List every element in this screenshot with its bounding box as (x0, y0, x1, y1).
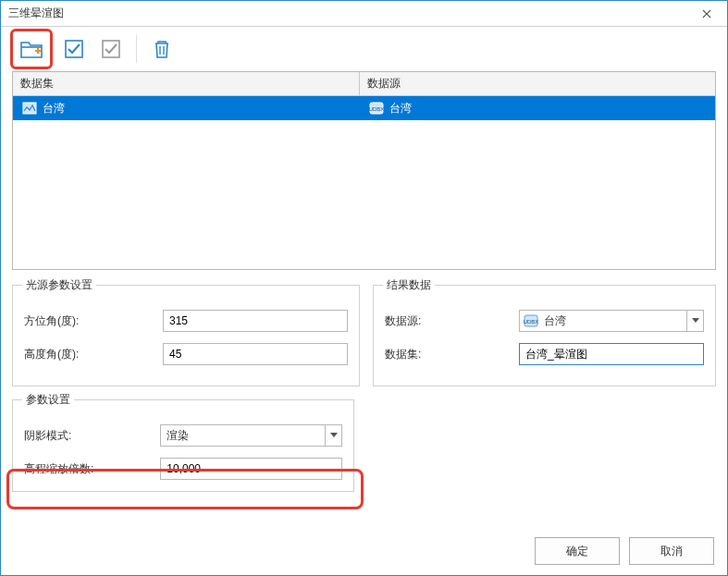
azimuth-input[interactable] (163, 310, 348, 332)
result-dataset-input[interactable] (519, 343, 704, 365)
check-blue-icon (63, 38, 85, 60)
dataset-icon (22, 102, 37, 115)
check-all-button[interactable] (58, 33, 90, 65)
table-header: 数据集 数据源 (13, 72, 715, 96)
group-param: 参数设置 阴影模式: 渲染 高程缩放倍数: (12, 399, 354, 492)
cell-datasource: UDBX 台湾 (360, 101, 715, 116)
col-dataset-header[interactable]: 数据集 (13, 72, 360, 95)
add-dataset-button[interactable] (16, 33, 47, 65)
shadow-mode-value: 渲染 (161, 428, 325, 444)
group-result-legend: 结果数据 (383, 277, 435, 293)
zfactor-label: 高程缩放倍数: (24, 461, 160, 477)
delete-button[interactable] (146, 33, 178, 65)
result-datasource-label: 数据源: (385, 313, 519, 329)
ok-button[interactable]: 确定 (535, 537, 620, 565)
cancel-button[interactable]: 取消 (629, 537, 714, 565)
group-light: 光源参数设置 方位角(度): 高度角(度): (12, 285, 360, 386)
col-datasource-header[interactable]: 数据源 (360, 72, 715, 95)
chevron-down-icon (692, 318, 699, 324)
altitude-input[interactable] (163, 343, 348, 365)
cell-dataset: 台湾 (13, 101, 360, 116)
group-param-legend: 参数设置 (22, 392, 74, 408)
cell-dataset-text: 台湾 (43, 101, 65, 116)
toolbar (1, 27, 727, 71)
cell-datasource-text: 台湾 (389, 101, 412, 116)
svg-rect-1 (103, 41, 119, 57)
shadow-mode-drop[interactable] (325, 425, 341, 446)
toolbar-separator (136, 35, 137, 63)
trash-icon (152, 38, 172, 60)
highlight-add-button (10, 29, 53, 69)
azimuth-label: 方位角(度): (24, 313, 163, 329)
shadow-mode-label: 阴影模式: (24, 428, 160, 444)
zfactor-input[interactable] (160, 458, 342, 480)
altitude-label: 高度角(度): (24, 347, 163, 362)
groups-row: 光源参数设置 方位角(度): 高度角(度): 结果数据 数据源: (12, 285, 716, 386)
svg-text:UDBX: UDBX (524, 319, 538, 325)
datasource-small-icon: UDBX (524, 314, 538, 327)
titlebar: 三维晕渲图 (1, 1, 727, 27)
close-button[interactable] (694, 5, 720, 23)
body-area: 数据集 数据源 台湾 UDBX (1, 71, 727, 527)
check-gray-icon (100, 38, 122, 60)
close-icon (702, 9, 711, 18)
group-light-legend: 光源参数设置 (22, 277, 96, 293)
svg-text:UDBX: UDBX (369, 106, 384, 112)
result-dataset-label: 数据集: (385, 347, 519, 362)
group-result: 结果数据 数据源: UDBX 台湾 (373, 285, 716, 386)
table-row[interactable]: 台湾 UDBX 台湾 (13, 96, 715, 120)
chevron-down-icon (330, 433, 338, 438)
window-title: 三维晕渲图 (8, 6, 64, 21)
result-datasource-value: 台湾 (538, 313, 686, 329)
table-body: 台湾 UDBX 台湾 (13, 96, 715, 269)
dialog-window: 三维晕渲图 (0, 0, 728, 576)
add-folder-icon (19, 39, 43, 59)
footer: 确定 取消 (1, 527, 727, 575)
dataset-table: 数据集 数据源 台湾 UDBX (12, 71, 716, 270)
svg-rect-0 (66, 41, 82, 57)
result-datasource-combo[interactable]: UDBX 台湾 (519, 310, 704, 332)
datasource-icon: UDBX (369, 102, 384, 115)
uncheck-all-button[interactable] (95, 33, 127, 65)
result-datasource-drop[interactable] (686, 311, 703, 331)
shadow-mode-combo[interactable]: 渲染 (160, 424, 342, 447)
